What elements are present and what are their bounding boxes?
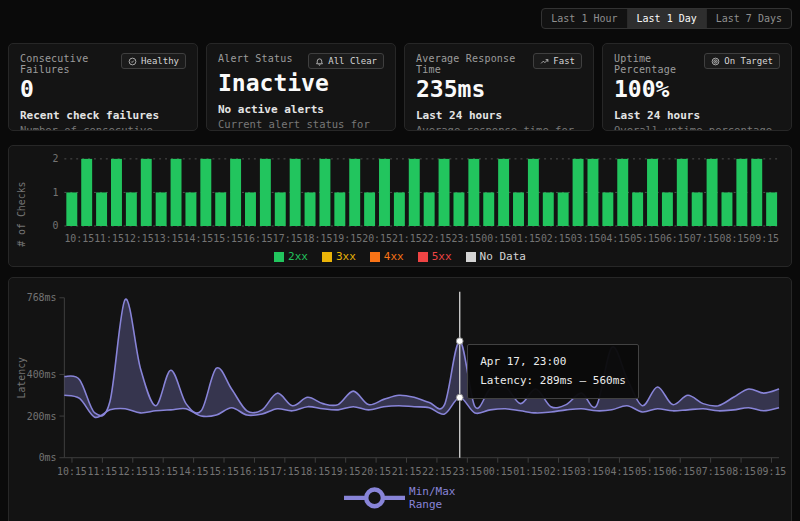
svg-text:13:15: 13:15 [148,466,178,477]
card-title: Uptime Percentage [614,53,704,75]
trending-up-icon [540,57,549,66]
status-checks-bar-chart-panel: 01210:1511:1512:1513:1514:1515:1516:1517… [8,145,792,267]
svg-text:16:15: 16:15 [243,233,273,244]
time-range-last-1-hour-button[interactable]: Last 1 Hour [542,9,627,28]
svg-text:03:15: 03:15 [574,466,604,477]
svg-text:04:15: 04:15 [600,233,630,244]
svg-text:400ms: 400ms [27,369,57,380]
svg-text:02:15: 02:15 [544,466,574,477]
svg-text:15:15: 15:15 [213,233,243,244]
card-value: 235ms [416,77,582,102]
svg-text:01:15: 01:15 [513,466,543,477]
legend-item-2xx: 2xx [274,250,308,263]
svg-text:13:15: 13:15 [154,233,184,244]
time-range-button-group: Last 1 Hour Last 1 Day Last 7 Days [541,8,792,29]
badge-label: Healthy [141,56,179,66]
status-checks-bar-chart[interactable]: 01210:1511:1512:1513:1514:1515:1516:1517… [13,149,787,248]
svg-text:19:15: 19:15 [331,466,361,477]
svg-text:08:15: 08:15 [726,466,756,477]
svg-text:06:15: 06:15 [665,466,695,477]
stat-cards-row: Consecutive Failures Healthy 0 Recent ch… [8,43,792,131]
card-description: Current alert status for this site [218,118,384,131]
bell-icon [315,57,324,66]
svg-text:2: 2 [52,153,58,164]
legend-item-3xx: 3xx [322,250,356,263]
legend-label: 3xx [336,250,356,263]
svg-text:10:15: 10:15 [64,233,94,244]
svg-text:00:15: 00:15 [483,466,513,477]
svg-text:21:15: 21:15 [392,466,422,477]
svg-text:17:15: 17:15 [270,466,300,477]
latency-minmax-chart[interactable]: 768ms400ms200ms0ms10:1511:1512:1513:1514… [13,282,787,489]
latency-chart-panel: 768ms400ms200ms0ms10:1511:1512:1513:1514… [8,277,792,521]
svg-text:18:15: 18:15 [300,466,330,477]
latency-legend: Min/Max Range [13,489,787,507]
card-value: 100% [614,77,780,102]
legend-label: Min/Max Range [409,485,456,511]
legend-swatch-3xx [322,252,332,262]
legend-item-no-data: No Data [466,250,526,263]
average-response-time-card: Average Response Time Fast 235ms Last 24… [404,43,594,131]
card-description: Number of consecutive failed checks [20,124,186,131]
svg-text:16:15: 16:15 [240,466,270,477]
svg-text:01:15: 01:15 [511,233,541,244]
legend-swatch-2xx [274,252,284,262]
tooltip-title: Apr 17, 23:00 [480,353,626,372]
legend-swatch-5xx [418,252,428,262]
svg-text:Latency: Latency [16,357,27,399]
legend-item-4xx: 4xx [370,250,404,263]
svg-text:20:15: 20:15 [362,233,392,244]
fast-badge: Fast [533,53,582,69]
status-legend: 2xx 3xx 4xx 5xx No Data [13,248,787,266]
svg-text:11:15: 11:15 [88,466,118,477]
check-circle-icon [128,57,137,66]
svg-text:03:15: 03:15 [571,233,601,244]
uptime-percentage-card: Uptime Percentage On Target 100% Last 24… [602,43,792,131]
svg-text:768ms: 768ms [27,292,57,303]
card-subtitle: Recent check failures [20,109,186,122]
minmax-line-icon [344,484,405,512]
svg-text:22:15: 22:15 [422,466,452,477]
svg-text:0ms: 0ms [39,452,57,463]
svg-text:# of Checks: # of Checks [16,182,27,247]
time-range-last-7-days-button[interactable]: Last 7 Days [707,9,791,28]
svg-text:23:15: 23:15 [452,233,482,244]
legend-label: 5xx [432,250,452,263]
legend-item-5xx: 5xx [418,250,452,263]
svg-text:200ms: 200ms [27,411,57,422]
svg-text:02:15: 02:15 [541,233,571,244]
badge-label: Fast [553,56,575,66]
svg-text:08:15: 08:15 [720,233,750,244]
svg-text:00:15: 00:15 [481,233,511,244]
target-icon [711,57,720,66]
svg-text:1: 1 [52,187,58,198]
legend-label: 4xx [384,250,404,263]
badge-label: On Target [724,56,773,66]
svg-text:18:15: 18:15 [303,233,333,244]
svg-text:0: 0 [52,220,58,231]
svg-text:09:15: 09:15 [757,466,787,477]
card-description: Average response time for this site [416,124,582,131]
svg-text:06:15: 06:15 [660,233,690,244]
svg-text:11:15: 11:15 [94,233,124,244]
svg-text:12:15: 12:15 [118,466,148,477]
card-subtitle: Last 24 hours [614,109,780,122]
svg-text:10:15: 10:15 [57,466,87,477]
time-range-last-1-day-button[interactable]: Last 1 Day [628,9,707,28]
svg-text:14:15: 14:15 [179,466,209,477]
svg-text:22:15: 22:15 [422,233,452,244]
svg-text:19:15: 19:15 [332,233,362,244]
card-title: Alert Status [218,53,293,64]
all-clear-badge: All Clear [308,53,384,69]
svg-text:12:15: 12:15 [124,233,154,244]
svg-text:20:15: 20:15 [361,466,391,477]
svg-text:09:15: 09:15 [749,233,779,244]
card-subtitle: No active alerts [218,103,384,116]
svg-text:07:15: 07:15 [696,466,726,477]
svg-text:05:15: 05:15 [635,466,665,477]
card-value: 0 [20,77,186,102]
svg-text:23:15: 23:15 [452,466,482,477]
card-description: Overall uptime percentage for this site [614,124,780,131]
time-range-toolbar: Last 1 Hour Last 1 Day Last 7 Days [8,8,792,29]
svg-text:21:15: 21:15 [392,233,422,244]
